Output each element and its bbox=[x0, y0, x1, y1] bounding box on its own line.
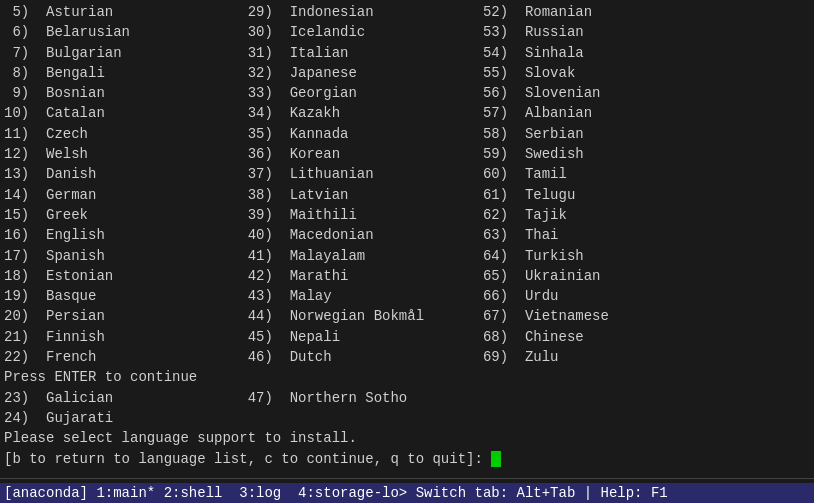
terminal-line: 13) Danish 37) Lithuanian 60) Tamil bbox=[4, 164, 810, 184]
terminal-line: 17) Spanish 41) Malayalam 64) Turkish bbox=[4, 246, 810, 266]
terminal-line: 9) Bosnian 33) Georgian 56) Slovenian bbox=[4, 83, 810, 103]
terminal-line: 6) Belarusian 30) Icelandic 53) Russian bbox=[4, 22, 810, 42]
terminal-line: 22) French 46) Dutch 69) Zulu bbox=[4, 347, 810, 367]
bottom-bar: [anaconda] 1:main* 2:shell 3:log 4:stora… bbox=[0, 483, 814, 503]
terminal-line: 23) Galician 47) Northern Sotho bbox=[4, 388, 810, 408]
terminal-line: 18) Estonian 42) Marathi 65) Ukrainian bbox=[4, 266, 810, 286]
terminal-line: 10) Catalan 34) Kazakh 57) Albanian bbox=[4, 103, 810, 123]
terminal-line: 5) Asturian 29) Indonesian 52) Romanian bbox=[4, 2, 810, 22]
terminal-line: 8) Bengali 32) Japanese 55) Slovak bbox=[4, 63, 810, 83]
terminal-line: 15) Greek 39) Maithili 62) Tajik bbox=[4, 205, 810, 225]
terminal-line: 24) Gujarati bbox=[4, 408, 810, 428]
terminal-content: 5) Asturian 29) Indonesian 52) Romanian … bbox=[0, 0, 814, 478]
cursor bbox=[491, 451, 501, 467]
terminal-line: 19) Basque 43) Malay 66) Urdu bbox=[4, 286, 810, 306]
terminal-line: 11) Czech 35) Kannada 58) Serbian bbox=[4, 124, 810, 144]
terminal-line: Press ENTER to continue bbox=[4, 367, 810, 387]
prompt-input[interactable]: [b to return to language list, c to cont… bbox=[4, 449, 810, 469]
terminal-line: 16) English 40) Macedonian 63) Thai bbox=[4, 225, 810, 245]
terminal-line: 20) Persian 44) Norwegian Bokmål 67) Vie… bbox=[4, 306, 810, 326]
terminal-line: 21) Finnish 45) Nepali 68) Chinese bbox=[4, 327, 810, 347]
prompt-select: Please select language support to instal… bbox=[4, 428, 810, 448]
terminal-line: 12) Welsh 36) Korean 59) Swedish bbox=[4, 144, 810, 164]
terminal-line: 7) Bulgarian 31) Italian 54) Sinhala bbox=[4, 43, 810, 63]
terminal-line: 14) German 38) Latvian 61) Telugu bbox=[4, 185, 810, 205]
